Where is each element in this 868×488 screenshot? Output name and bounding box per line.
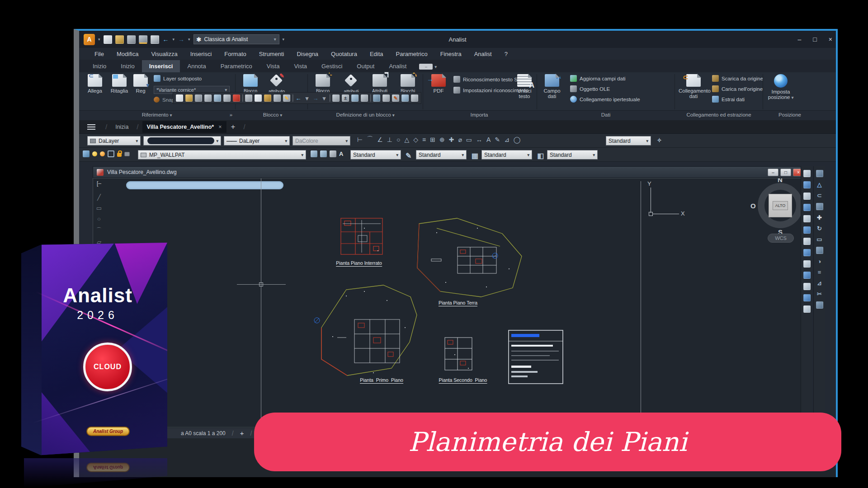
allega-button[interactable]: ⊂ Allega (83, 74, 107, 94)
publish-icon[interactable] (330, 150, 336, 157)
view-cube-compass[interactable]: N E S O ALTO WCS (750, 178, 808, 244)
trim-icon[interactable]: ✂ (816, 291, 823, 297)
dim-style-icon[interactable]: ✎ (406, 151, 411, 160)
wcs-badge[interactable]: WCS (768, 234, 794, 243)
minimize-button[interactable]: – (798, 36, 802, 43)
hamburger-menu-icon[interactable] (87, 124, 95, 130)
zoom-window-icon[interactable] (351, 94, 359, 102)
image-ref-icon[interactable] (803, 181, 811, 188)
snap-ref-icon[interactable] (803, 283, 811, 290)
properties-icon[interactable] (373, 94, 380, 102)
grid-icon[interactable]: ⊞ (430, 136, 435, 143)
tab-analist[interactable]: Analist (382, 60, 414, 72)
mleader-style-icon[interactable]: ◧ (537, 151, 544, 160)
compass-west[interactable]: O (750, 202, 756, 210)
tab-vista-2[interactable]: Vista (287, 60, 314, 72)
zoom-previous-icon[interactable] (361, 94, 368, 102)
ribbon-minimize-button[interactable]: – ▾ (419, 64, 437, 70)
offset-icon[interactable]: ≡ (816, 269, 823, 276)
save-as-icon[interactable] (139, 35, 147, 44)
cloud-ref-icon[interactable] (803, 226, 811, 234)
crea-blocco-button[interactable]: ✦ Blocco (311, 74, 335, 94)
open-folder-icon[interactable] (185, 94, 193, 102)
definisci-attributi-button[interactable]: attributi (339, 74, 363, 94)
diameter-icon[interactable]: ⌀ (458, 136, 462, 143)
panel-overflow-chevron-icon[interactable]: » (230, 112, 232, 117)
redo-caret-icon[interactable]: ▾ (188, 37, 190, 42)
undo-caret-icon[interactable]: ▾ (304, 95, 310, 102)
scarica-da-origine-button[interactable]: Scarica da origine (712, 75, 763, 82)
compass-north[interactable]: N (778, 178, 783, 183)
menu-file[interactable]: File (88, 51, 110, 57)
layout-scale-label[interactable]: a A0 scala 1 a 200 (181, 430, 226, 436)
dim-style-combo[interactable]: Standard▾ (416, 150, 467, 160)
analist-logo-icon[interactable]: A (84, 34, 95, 45)
circle-big-icon[interactable]: ◯ (514, 136, 521, 143)
aggiorna-campi-button[interactable]: Aggiorna campi dati (570, 75, 626, 82)
gestisci-attributi-button[interactable]: ≡ Attributi (368, 74, 392, 94)
maximize-button[interactable]: □ (813, 36, 816, 43)
menu-quotatura[interactable]: Quotatura (325, 51, 363, 57)
workspace-combo[interactable]: ✱ Classica di Analist ▾ (193, 34, 279, 44)
undo-caret-icon[interactable]: ▾ (173, 37, 175, 42)
view-cube-top[interactable]: ALTO (769, 194, 792, 217)
pdf-ref-icon[interactable] (803, 204, 811, 211)
regola-button[interactable]: ▾ Reg (132, 74, 150, 94)
drawing-window-titlebar[interactable]: Villa Pescatore_Avellino.dwg – □ × (93, 166, 808, 178)
redo-icon[interactable]: → (312, 95, 319, 102)
block-ref-icon[interactable] (803, 238, 811, 245)
layer-ref-icon[interactable] (803, 294, 811, 301)
tab-inizia[interactable]: Inizia (111, 121, 133, 133)
stretch-icon[interactable]: ↔ (476, 136, 482, 143)
add-layout-button[interactable]: + (240, 429, 244, 437)
panel-label-dati[interactable]: Dati (601, 112, 610, 117)
menu-edita[interactable]: Edita (363, 51, 390, 57)
new-file-icon[interactable] (104, 35, 112, 44)
clipboard-icon[interactable] (264, 94, 271, 102)
pencil-icon[interactable]: ✎ (495, 136, 500, 143)
warning-icon[interactable]: △ (816, 181, 823, 188)
qat-overflow-caret-icon[interactable]: ▾ (283, 37, 285, 42)
redo-icon[interactable]: → (178, 35, 185, 44)
undo-icon[interactable]: ← (162, 35, 170, 44)
dimstyle-standard-combo[interactable]: Standard ▾ (606, 136, 651, 145)
collegamento-dati-button[interactable]: ⊂ Collegamento dati (679, 74, 708, 99)
collegamento-ipertestuale-button[interactable]: Collegamento ipertestuale (570, 96, 640, 103)
panel-label-blocco[interactable]: Blocco ▾ (263, 112, 282, 117)
menu-help[interactable]: ? (498, 51, 514, 57)
clip-ref-icon[interactable] (803, 260, 811, 267)
menu-strumenti[interactable]: Strumenti (253, 51, 291, 57)
osnap-arc-icon[interactable]: ⌒ (367, 136, 373, 144)
new-file-icon[interactable] (176, 94, 183, 102)
attach-icon[interactable] (803, 249, 811, 256)
layer-viewport-icon[interactable] (108, 150, 114, 157)
osnap-angle-icon[interactable]: ∠ (377, 136, 383, 143)
table-icon[interactable] (411, 94, 418, 102)
color-combo[interactable]: DaLayer ▾ (87, 136, 141, 145)
lineweight-combo[interactable]: DaColore ▾ (292, 136, 350, 145)
close-button[interactable]: × (829, 36, 832, 43)
dwg-minimize-button[interactable]: – (768, 169, 778, 176)
panel-label-importa[interactable]: Importa (471, 112, 488, 117)
text-icon[interactable]: A (486, 136, 491, 143)
importa-pdf-button[interactable]: → PDF (427, 74, 450, 94)
separator[interactable] (242, 94, 243, 102)
chain-icon[interactable] (816, 170, 823, 177)
print-preview-icon[interactable] (214, 94, 221, 102)
paste-icon[interactable] (274, 94, 281, 102)
panel-label-collegamento[interactable]: Collegamento ed estrazione (686, 112, 751, 117)
carica-nell-origine-button[interactable]: Carica nell'origine (712, 85, 763, 92)
dgn-icon[interactable] (803, 215, 811, 222)
tab-inizio-2[interactable]: Inizio (113, 60, 142, 72)
campo-dati-button[interactable]: A Campo dati (539, 74, 565, 99)
modifica-blocchi-button[interactable]: ✎ Blocchi (396, 74, 420, 94)
menu-analist[interactable]: Analist (468, 51, 498, 57)
osnap-circle-icon[interactable]: ○ (396, 136, 400, 143)
match-prop-icon[interactable]: ✎ (392, 94, 399, 102)
estrai-dati-button[interactable]: Estrai dati (712, 96, 745, 103)
osnap-parallel-icon[interactable]: ≡ (422, 136, 426, 143)
save-icon[interactable] (127, 35, 136, 44)
dwf-icon[interactable] (803, 192, 811, 200)
osnap-center-icon[interactable]: ⊕ (439, 136, 445, 143)
logo-caret-icon[interactable]: ▾ (98, 37, 100, 42)
